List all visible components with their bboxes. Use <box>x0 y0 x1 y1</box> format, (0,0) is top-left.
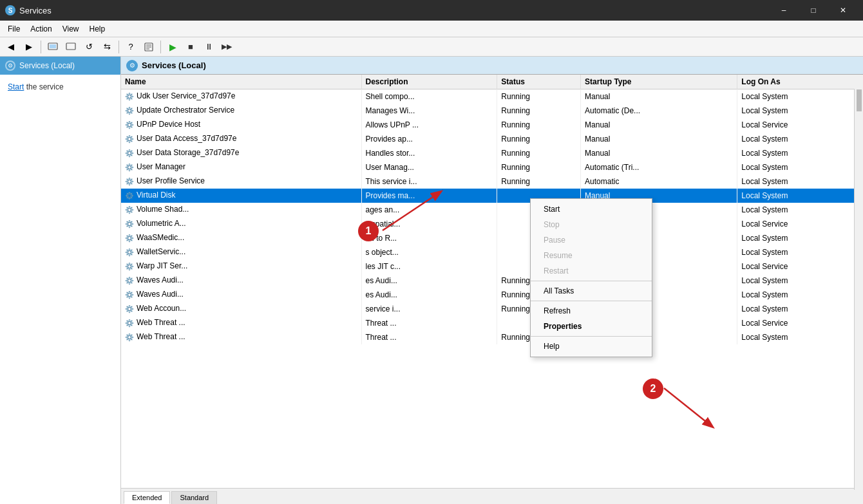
service-name: User Manager <box>121 160 361 174</box>
services-tbody: Udk User Service_37d7d97eShell compo...R… <box>121 89 863 344</box>
service-logon: Local System <box>737 89 863 104</box>
help-button[interactable]: ? <box>122 39 139 55</box>
svg-point-11 <box>128 109 131 112</box>
service-logon: Local System <box>737 132 863 146</box>
sidebar-header: ⚙ Services (Local) <box>0 57 120 75</box>
col-logon: Log On As <box>737 75 863 89</box>
service-desc: Handles stor... <box>361 146 497 160</box>
table-row[interactable]: User Profile ServiceThis service i...Run… <box>121 174 863 189</box>
menu-help[interactable]: Help <box>84 23 111 35</box>
table-row[interactable]: Update Orchestrator ServiceManages Wi...… <box>121 104 863 118</box>
title-bar: S Services – □ ✕ <box>0 0 863 21</box>
table-row[interactable]: Waves Audi...es Audi...RunningAutomaticL… <box>121 288 863 302</box>
table-header-row: Name Description Status Startup Type Log… <box>121 75 863 89</box>
maximize-button[interactable]: □ <box>799 0 828 21</box>
table-row[interactable]: Web Threat ...Threat ...RunningAutomatic… <box>121 330 863 344</box>
stop-service-button[interactable]: ■ <box>182 39 199 55</box>
context-menu-item-stop: Stop <box>531 217 652 232</box>
table-row[interactable]: Volumetric A...s spatial...ManualLocal S… <box>121 217 863 231</box>
menu-file[interactable]: File <box>3 23 25 35</box>
table-row[interactable]: User Data Storage_37d7d97eHandles stor..… <box>121 146 863 160</box>
services-table[interactable]: Name Description Status Startup Type Log… <box>121 75 863 488</box>
menu-view[interactable]: View <box>57 23 84 35</box>
tab-standard[interactable]: Standard <box>171 491 217 504</box>
service-desc: User Manag... <box>361 160 497 174</box>
table-row[interactable]: Warp JIT Ser...les JIT c...Manual (Trigg… <box>121 259 863 274</box>
close-button[interactable]: ✕ <box>828 0 858 21</box>
forward-button[interactable]: ▶ <box>21 39 37 55</box>
tab-bar: Extended Standard <box>121 488 863 504</box>
start-link[interactable]: Start <box>8 82 24 91</box>
table-row[interactable]: Waves Audi...es Audi...RunningAutomaticL… <box>121 274 863 288</box>
service-logon: Local System <box>737 189 863 203</box>
service-desc: Shell compo... <box>361 89 497 104</box>
context-menu-item-all-tasks[interactable]: All Tasks <box>531 283 652 299</box>
table-row[interactable]: Web Threat ...Threat ...Manual (Trigg...… <box>121 316 863 330</box>
service-desc: es Audi... <box>361 288 497 302</box>
service-startup: Automatic (De... <box>581 104 737 118</box>
col-startup: Startup Type <box>581 75 737 89</box>
table-row[interactable]: UPnP Device HostAllows UPnP ...RunningMa… <box>121 118 863 132</box>
service-logon: Local System <box>737 146 863 160</box>
properties-button[interactable] <box>140 39 157 55</box>
service-desc: service i... <box>361 302 497 316</box>
service-logon: Local Service <box>737 217 863 231</box>
svg-point-37 <box>128 293 131 296</box>
service-logon: Local System <box>737 330 863 344</box>
service-status: Running <box>497 89 581 104</box>
table-row[interactable]: Virtual DiskProvides ma...ManualLocal Sy… <box>121 189 863 203</box>
service-name: Waves Audi... <box>121 274 361 288</box>
col-status: Status <box>497 75 581 89</box>
back-button[interactable]: ◀ <box>3 39 19 55</box>
scrollbar-thumb[interactable] <box>855 88 863 113</box>
service-logon: Local System <box>737 203 863 217</box>
service-name: Virtual Disk <box>121 189 361 203</box>
context-menu: StartStopPauseResumeRestartAll TasksRefr… <box>530 198 652 357</box>
service-status: Running <box>497 104 581 118</box>
service-logon: Local Service <box>737 118 863 132</box>
service-startup: Manual <box>581 146 737 160</box>
service-startup: Manual <box>581 132 737 146</box>
service-logon: Local System <box>737 274 863 288</box>
context-menu-item-restart: Restart <box>531 263 652 279</box>
context-menu-item-properties[interactable]: Properties <box>531 319 652 334</box>
table-row[interactable]: Volume Shad...ages an...ManualLocal Syst… <box>121 203 863 217</box>
svg-point-31 <box>128 250 131 254</box>
table-row[interactable]: WaaSMedic...ed to R...ManualLocal System <box>121 231 863 245</box>
menu-action[interactable]: Action <box>25 23 57 35</box>
minimize-button[interactable]: – <box>769 0 799 21</box>
service-name: User Data Access_37d7d97e <box>121 132 361 146</box>
svg-point-41 <box>128 321 131 324</box>
service-status: Running <box>497 160 581 174</box>
svg-point-17 <box>128 151 131 154</box>
service-logon: Local System <box>737 302 863 316</box>
context-menu-item-start[interactable]: Start <box>531 201 652 217</box>
context-menu-item-help[interactable]: Help <box>531 339 652 354</box>
col-desc: Description <box>361 75 497 89</box>
restart-service-button[interactable]: ▶▶ <box>218 39 235 55</box>
table-row[interactable]: Web Accoun...service i...RunningManualLo… <box>121 302 863 316</box>
service-desc: s object... <box>361 245 497 259</box>
refresh-button[interactable]: ↺ <box>81 39 97 55</box>
service-desc: les JIT c... <box>361 259 497 274</box>
pause-service-button[interactable]: ⏸ <box>200 39 217 55</box>
table-row[interactable]: Udk User Service_37d7d97eShell compo...R… <box>121 89 863 104</box>
service-name: Web Threat ... <box>121 330 361 344</box>
service-status: Running <box>497 146 581 160</box>
console-button[interactable] <box>62 39 79 55</box>
start-service-button[interactable]: ▶ <box>164 39 181 55</box>
service-desc: ed to R... <box>361 231 497 245</box>
scrollbar[interactable] <box>854 75 863 490</box>
table-row[interactable]: User Data Access_37d7d97eProvides ap...R… <box>121 132 863 146</box>
svg-point-21 <box>128 180 131 183</box>
tab-extended[interactable]: Extended <box>124 491 170 504</box>
export-button[interactable]: ⇆ <box>99 39 115 55</box>
svg-point-25 <box>128 208 131 211</box>
table-row[interactable]: WalletServic...s object...ManualLocal Sy… <box>121 245 863 259</box>
service-desc: Threat ... <box>361 330 497 344</box>
table-row[interactable]: User ManagerUser Manag...RunningAutomati… <box>121 160 863 174</box>
context-menu-item-refresh[interactable]: Refresh <box>531 303 652 319</box>
show-console-button[interactable] <box>44 39 61 55</box>
window-controls: – □ ✕ <box>769 0 858 21</box>
service-desc: Provides ma... <box>361 189 497 203</box>
